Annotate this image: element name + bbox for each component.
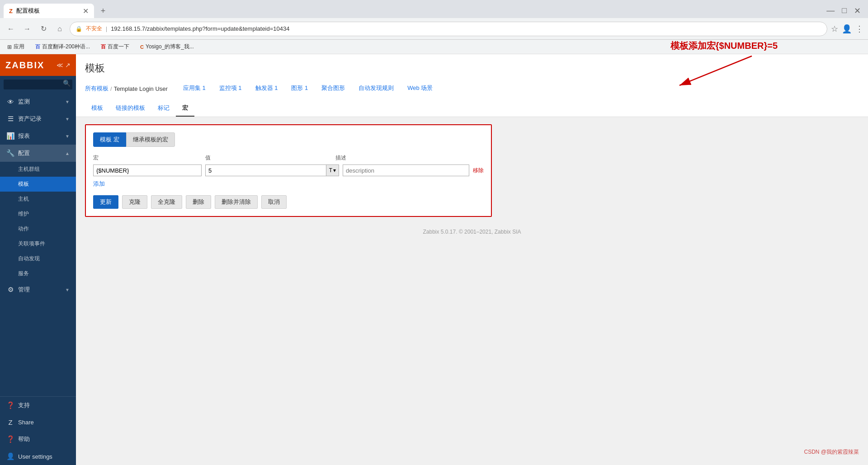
chevron-icon: ▲ xyxy=(65,151,70,156)
search-input[interactable] xyxy=(4,80,72,89)
breadcrumb-home[interactable]: 所有模板 xyxy=(85,85,108,93)
tab-triggers[interactable]: 触发器 1 xyxy=(249,80,284,97)
form-column-headers: 宏 值 描述 xyxy=(93,154,484,162)
sidebar-item-hosts[interactable]: 主机 xyxy=(0,192,76,207)
value-type-label: T xyxy=(329,167,332,174)
chevron-icon: ▼ xyxy=(65,99,70,104)
close-icon[interactable]: ✕ xyxy=(854,6,861,16)
tab-close-button[interactable]: ✕ xyxy=(83,7,89,15)
assets-icon: ☰ xyxy=(6,115,14,123)
footer: Zabbix 5.0.17. © 2001–2021, Zabbix SIA xyxy=(76,224,868,240)
baidu-translate-icon: 百 xyxy=(35,43,40,50)
sidebar-item-actions[interactable]: 动作 xyxy=(0,221,76,236)
value-type-button[interactable]: T ▾ xyxy=(326,165,339,176)
chevron-icon: ▼ xyxy=(65,134,70,139)
menu-icon[interactable]: ⋮ xyxy=(855,24,863,34)
tab-tags[interactable]: 标记 xyxy=(151,100,176,117)
full-clone-button[interactable]: 全克隆 xyxy=(151,195,182,209)
help-icon: ❓ xyxy=(6,435,14,443)
sidebar-item-support[interactable]: ❓ 支持 xyxy=(0,397,76,414)
bookmark-apps[interactable]: ⊞ 应用 xyxy=(5,42,27,52)
action-buttons: 更新 克隆 全克隆 删除 删除并清除 取消 xyxy=(93,195,484,209)
forward-button[interactable]: → xyxy=(21,23,33,35)
tab-macros[interactable]: 宏 xyxy=(176,100,194,117)
sidebar-item-monitoring[interactable]: 👁 监测 ▼ xyxy=(0,93,76,110)
sidebar-bottom: ❓ 支持 Z Share ❓ 帮助 👤 User settings xyxy=(0,396,76,465)
maximize-icon[interactable]: □ xyxy=(842,6,847,16)
tab-favicon: Z xyxy=(9,8,13,14)
page-title: 模板 xyxy=(85,61,859,75)
bookmark-yosigo[interactable]: C Yosigo_的博客_我... xyxy=(137,42,197,52)
home-button[interactable]: ⌂ xyxy=(53,23,66,35)
cancel-button[interactable]: 取消 xyxy=(261,195,287,209)
sidebar-item-hostgroups[interactable]: 主机群组 xyxy=(0,162,76,177)
update-button[interactable]: 更新 xyxy=(93,195,118,209)
active-tab[interactable]: Z 配置模板 ✕ xyxy=(4,4,94,18)
sidebar-item-label: 帮助 xyxy=(18,435,70,443)
sidebar-item-events[interactable]: 关联项事件 xyxy=(0,236,76,251)
macro-value-input[interactable] xyxy=(206,165,326,176)
sidebar-item-help[interactable]: ❓ 帮助 xyxy=(0,431,76,448)
security-label: 不安全 xyxy=(86,25,102,33)
sidebar-item-admin[interactable]: ⚙ 管理 ▼ xyxy=(0,281,76,298)
browser-nav: ← → ↻ ⌂ 🔒 不安全 | 192.168.15.7/zabbix/temp… xyxy=(0,18,868,40)
sidebar-item-share[interactable]: Z Share xyxy=(0,414,76,431)
col-header-value: 值 xyxy=(205,154,332,162)
macro-tab-template[interactable]: 模板 宏 xyxy=(93,132,126,147)
sidebar-item-label: 配置 xyxy=(18,149,61,157)
bookmarks-bar: ⊞ 应用 百 百度翻译-200种语... 百 百度一下 C Yosigo_的博客… xyxy=(0,40,868,54)
minimize-icon[interactable]: — xyxy=(826,6,835,16)
value-input-wrap: T ▾ xyxy=(205,164,339,176)
sidebar-item-label: 报表 xyxy=(18,132,61,140)
refresh-button[interactable]: ↻ xyxy=(37,23,50,35)
expand-icon[interactable]: ↗ xyxy=(65,61,71,69)
remove-macro-button[interactable]: 移除 xyxy=(473,167,484,174)
top-tabs: 应用集 1 监控项 1 触发器 1 图形 1 聚合图形 自动发现规则 Web 场… xyxy=(177,80,439,97)
sidebar-item-label: 监测 xyxy=(18,98,61,106)
address-bar[interactable]: 🔒 不安全 | 192.168.15.7/zabbix/templates.ph… xyxy=(70,22,827,36)
sidebar-item-config[interactable]: 🔧 配置 ▲ xyxy=(0,145,76,162)
user-icon[interactable]: 👤 xyxy=(842,24,852,34)
sidebar-item-user[interactable]: 👤 User settings xyxy=(0,448,76,465)
tab-template[interactable]: 模板 xyxy=(85,100,109,117)
add-macro-link[interactable]: 添加 xyxy=(93,180,105,188)
tab-dashboards[interactable]: 聚合图形 xyxy=(315,80,351,97)
baidu-search-icon: 百 xyxy=(101,43,106,50)
reports-icon: 📊 xyxy=(6,132,14,140)
sidebar-item-services[interactable]: 服务 xyxy=(0,266,76,281)
sub-tab-nav: 模板 链接的模板 标记 宏 xyxy=(85,100,859,117)
macro-name-input[interactable] xyxy=(93,164,202,176)
browser-chrome: Z 配置模板 ✕ + — □ ✕ ← → ↻ ⌂ 🔒 不安全 | 192.168… xyxy=(0,0,868,54)
sidebar-item-discovery[interactable]: 自动发现 xyxy=(0,251,76,266)
monitoring-icon: 👁 xyxy=(6,98,14,106)
back-button[interactable]: ← xyxy=(5,23,17,35)
content-area: 模板 宏 继承模板的宏 宏 值 描述 T xyxy=(76,117,868,224)
bookmark-baidu-translate[interactable]: 百 百度翻译-200种语... xyxy=(33,42,93,52)
tab-web[interactable]: Web 场景 xyxy=(401,80,439,97)
logo-icons: ≪ ↗ xyxy=(57,61,71,69)
macro-description-input[interactable] xyxy=(343,164,469,176)
search-icon: 🔍 xyxy=(63,80,71,87)
clone-button[interactable]: 克隆 xyxy=(122,195,147,209)
new-tab-button[interactable]: + xyxy=(96,4,110,18)
star-icon[interactable]: ☆ xyxy=(831,24,838,34)
tab-items[interactable]: 监控项 1 xyxy=(213,80,248,97)
sidebar-item-label: User settings xyxy=(18,453,70,460)
macro-tab-inherited[interactable]: 继承模板的宏 xyxy=(126,132,175,147)
tab-graphs[interactable]: 图形 1 xyxy=(285,80,314,97)
bookmark-baidu-search[interactable]: 百 百度一下 xyxy=(98,42,132,52)
sidebar-item-maintenance[interactable]: 维护 xyxy=(0,207,76,221)
address-text: 192.168.15.7/zabbix/templates.php?form=u… xyxy=(111,25,821,32)
sidebar-search[interactable]: 🔍 xyxy=(0,76,76,93)
tab-discovery[interactable]: 自动发现规则 xyxy=(352,80,400,97)
tab-linked[interactable]: 链接的模板 xyxy=(109,100,151,117)
delete-clear-button[interactable]: 删除并清除 xyxy=(215,195,258,209)
sidebar-item-templates[interactable]: 模板 xyxy=(0,177,76,192)
tab-applications[interactable]: 应用集 1 xyxy=(177,80,212,97)
sidebar-logo: ZABBIX ≪ ↗ xyxy=(0,54,76,76)
sidebar-item-assets[interactable]: ☰ 资产记录 ▼ xyxy=(0,110,76,127)
sidebar-item-reports[interactable]: 📊 报表 ▼ xyxy=(0,127,76,145)
breadcrumb: 所有模板 / Template Login User 应用集 1 监控项 1 触… xyxy=(85,80,859,97)
collapse-icon[interactable]: ≪ xyxy=(57,61,63,69)
delete-button[interactable]: 删除 xyxy=(186,195,211,209)
